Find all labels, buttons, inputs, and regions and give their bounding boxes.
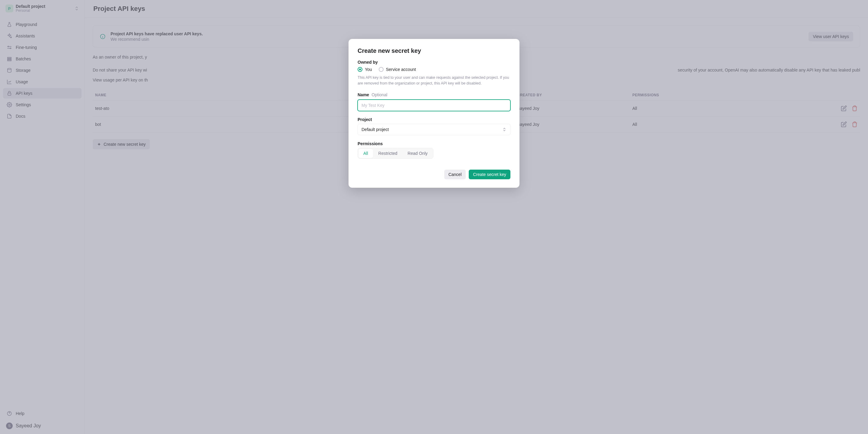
radio-dot-icon [379,67,383,72]
modal-overlay[interactable]: Create new secret key Owned by You Servi… [0,0,868,434]
permissions-segmented: All Restricted Read Only [358,148,433,159]
name-label: Name [358,92,369,97]
project-select[interactable]: Default project [358,124,510,135]
owner-help-text: This API key is tied to your user and ca… [358,75,510,86]
cancel-button[interactable]: Cancel [444,170,466,179]
create-key-modal: Create new secret key Owned by You Servi… [348,39,520,188]
optional-label: Optional [371,92,387,97]
chevron-up-down-icon [502,127,506,132]
project-label: Project [358,117,510,122]
project-select-value: Default project [362,127,389,132]
radio-you[interactable]: You [358,67,372,72]
segment-read-only[interactable]: Read Only [403,149,433,158]
owned-by-label: Owned by [358,60,510,65]
radio-service-account[interactable]: Service account [379,67,416,72]
permissions-label: Permissions [358,141,510,146]
radio-dot-icon [358,67,363,72]
segment-restricted[interactable]: Restricted [374,149,402,158]
owned-by-radio-group: You Service account [358,67,510,72]
key-name-input[interactable] [358,100,510,111]
create-secret-key-button[interactable]: Create secret key [469,170,510,179]
segment-all[interactable]: All [359,149,373,158]
modal-title: Create new secret key [358,47,510,54]
